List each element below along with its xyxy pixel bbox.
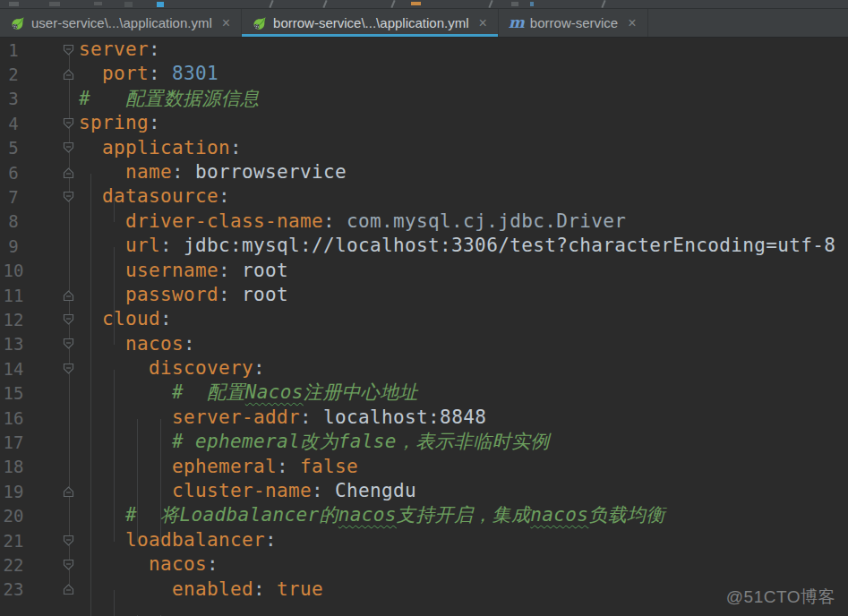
line-number: 17: [0, 432, 27, 452]
tab-close-icon[interactable]: ×: [479, 16, 487, 30]
breadcrumb-separator: [390, 0, 395, 8]
editor-pane[interactable]: 1server:2 port: 83013# 配置数据源信息4spring:5 …: [0, 38, 848, 616]
fold-up-icon[interactable]: [27, 479, 79, 503]
toolbar-icon-fragment: [530, 2, 534, 6]
toolbar-icon-fragment: [124, 2, 133, 7]
toolbar-icon-fragment: [49, 2, 60, 6]
code-line-row: 17 # ephemeral改为false，表示非临时实例: [0, 430, 848, 454]
toolbar-icon-fragment: [9, 2, 19, 6]
code-line[interactable]: port: 8301: [79, 62, 218, 86]
tab-label: borrow-service: [530, 15, 618, 30]
fold-gutter: [27, 503, 79, 527]
fold-up-icon[interactable]: [27, 62, 79, 86]
line-number: 23: [0, 579, 27, 599]
code-line-row: 7 datasource:: [0, 184, 848, 209]
code-line[interactable]: cluster-name: Chengdu: [79, 479, 416, 503]
code-line[interactable]: spring:: [79, 111, 160, 135]
code-line-row: 15 # 配置Nacos注册中心地址: [0, 381, 848, 405]
fold-up-icon[interactable]: [27, 578, 79, 602]
code-line[interactable]: driver-class-name: com.mysql.cj.jdbc.Dri…: [79, 210, 626, 234]
tab-close-icon[interactable]: ×: [222, 16, 230, 30]
code-line[interactable]: datasource:: [79, 184, 230, 209]
fold-down-icon[interactable]: [27, 528, 79, 552]
code-line[interactable]: # 配置Nacos注册中心地址: [79, 381, 418, 405]
fold-gutter: [27, 234, 79, 258]
line-number: 14: [0, 359, 27, 379]
fold-down-icon[interactable]: [27, 136, 79, 160]
code-line[interactable]: # 将Loadbalancer的nacos支持开启，集成nacos负载均衡: [79, 503, 665, 527]
line-number: 20: [0, 506, 27, 526]
line-number: 13: [0, 334, 27, 354]
line-number: 4: [0, 114, 27, 133]
code-line[interactable]: nacos:: [79, 552, 218, 577]
tab-label: borrow-service\...\application.yml: [273, 15, 468, 30]
code-line-row: 14 discovery:: [0, 356, 848, 381]
editor-tab[interactable]: borrow-service\...\application.yml×: [242, 9, 499, 37]
fold-down-icon[interactable]: [27, 552, 79, 577]
fold-gutter: [27, 87, 79, 111]
line-number: 3: [0, 89, 27, 108]
fold-down-icon[interactable]: [27, 307, 79, 331]
line-number: 1: [0, 40, 27, 60]
tab-label: user-service\...\application.yml: [31, 15, 212, 30]
fold-down-icon[interactable]: [27, 356, 79, 381]
code-line[interactable]: password: root: [79, 283, 288, 307]
code-line[interactable]: cloud:: [79, 307, 172, 331]
line-number: 8: [0, 211, 27, 231]
code-line[interactable]: application:: [79, 136, 242, 160]
code-line[interactable]: # 配置数据源信息: [79, 87, 260, 111]
code-line[interactable]: name: borrowservice: [79, 160, 347, 184]
breadcrumb-separator: [322, 0, 327, 8]
code-line-row: 22 nacos:: [0, 552, 848, 577]
code-line-row: 20 # 将Loadbalancer的nacos支持开启，集成nacos负载均衡: [0, 503, 848, 527]
code-area: 1server:2 port: 83013# 配置数据源信息4spring:5 …: [0, 38, 848, 602]
fold-down-icon[interactable]: [27, 38, 79, 62]
code-line-row: 8 driver-class-name: com.mysql.cj.jdbc.D…: [0, 210, 848, 234]
code-line-row: 9 url: jdbc:mysql://localhost:3306/test?…: [0, 234, 848, 258]
toolbar-icon-fragment: [511, 2, 518, 6]
fold-gutter: [27, 259, 79, 283]
fold-down-icon[interactable]: [27, 111, 79, 135]
toolbar-icon-fragment: [157, 2, 164, 7]
line-number: 9: [0, 236, 27, 256]
line-number: 11: [0, 286, 27, 305]
code-line[interactable]: server:: [79, 38, 160, 62]
spring-boot-icon: [253, 16, 267, 30]
toolbar-icon-fragment: [411, 2, 421, 5]
fold-down-icon[interactable]: [27, 184, 79, 209]
line-number: 7: [0, 187, 27, 207]
fold-down-icon[interactable]: [27, 332, 79, 356]
code-line-row: 12 cloud:: [0, 307, 848, 331]
editor-tab-bar: user-service\...\application.yml×borrow-…: [0, 9, 848, 38]
line-number: 19: [0, 482, 27, 501]
code-line-row: 11 password: root: [0, 283, 848, 307]
ide-window: user-service\...\application.yml×borrow-…: [0, 0, 848, 616]
breadcrumb-separator: [601, 0, 605, 8]
editor-tab[interactable]: user-service\...\application.yml×: [0, 9, 242, 37]
breadcrumb-separator: [488, 0, 493, 8]
code-line[interactable]: discovery:: [79, 356, 265, 381]
code-line[interactable]: ephemeral: false: [79, 455, 358, 479]
fold-up-icon[interactable]: [27, 160, 79, 184]
tab-close-icon[interactable]: ×: [628, 16, 636, 30]
code-line[interactable]: nacos:: [79, 332, 195, 356]
maven-icon: m: [510, 16, 524, 30]
code-line-row: 18 ephemeral: false: [0, 455, 848, 479]
code-line[interactable]: # ephemeral改为false，表示非临时实例: [79, 430, 550, 454]
fold-up-icon[interactable]: [27, 283, 79, 307]
spring-boot-icon: [11, 16, 25, 30]
line-number: 21: [0, 531, 27, 551]
line-number: 5: [0, 138, 27, 158]
code-line-row: 16 server-addr: localhost:8848: [0, 406, 848, 430]
line-number: 10: [0, 261, 27, 280]
code-line[interactable]: url: jdbc:mysql://localhost:3306/test?ch…: [79, 234, 835, 258]
editor-tab[interactable]: mborrow-service×: [499, 9, 648, 37]
fold-gutter: [27, 210, 79, 234]
breadcrumb-separator: [269, 0, 273, 8]
line-number: 2: [0, 64, 27, 84]
code-line[interactable]: server-addr: localhost:8848: [79, 406, 486, 430]
code-line[interactable]: loadbalancer:: [79, 528, 277, 552]
code-line[interactable]: username: root: [79, 259, 288, 283]
code-line-row: 13 nacos:: [0, 332, 848, 356]
code-line[interactable]: enabled: true: [79, 578, 323, 602]
